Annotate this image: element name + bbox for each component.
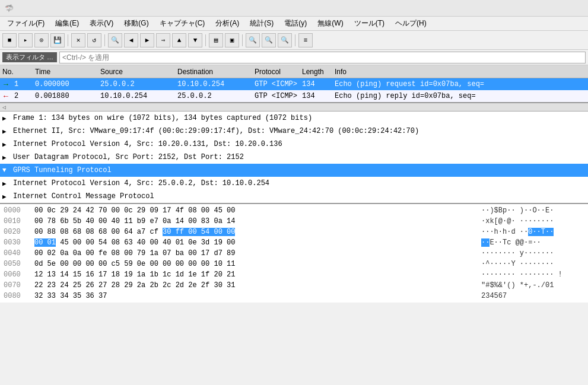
hex-row-0040: 004000 02 0a 0a 00 fe 08 00 79 1a 07 ba …	[0, 248, 588, 259]
toolbar-sep2	[104, 34, 105, 46]
col-header-destination: Destination	[175, 68, 252, 76]
hscroll-icon: ◁	[2, 104, 6, 111]
detail-text-2: Internet Protocol Version 4, Src: 10.20.…	[13, 140, 282, 148]
hex-offset-0080: 0080	[0, 292, 30, 300]
hex-ascii-0070: "#$%&'() *+,-./01	[481, 281, 588, 289]
toolbar-btn-zoom-in[interactable]: 🔍	[108, 33, 122, 47]
hex-bytes-0050: 0d 5e 00 00 00 00 c5 59 0e 00 00 00 00 0…	[30, 260, 481, 268]
filterbar: 表示フィルタ …	[0, 50, 588, 65]
detail-row-5[interactable]: ▶Internet Protocol Version 4, Src: 25.0.…	[0, 177, 588, 190]
detail-row-1[interactable]: ▶Ethernet II, Src: VMware_09:17:4f (00:0…	[0, 125, 588, 138]
toolbar-btn-up[interactable]: ▲	[172, 33, 186, 47]
packet-dst-2: 25.0.0.2	[175, 92, 252, 100]
detail-text-5: Internet Protocol Version 4, Src: 25.0.0…	[13, 179, 269, 187]
toolbar-btn-stop[interactable]: ▣	[225, 33, 239, 47]
menubar-item-統計(S)[interactable]: 統計(S)	[245, 17, 278, 30]
expand-icon-1: ▶	[2, 128, 11, 135]
toolbar-sep5	[295, 34, 295, 46]
toolbar-btn-reload[interactable]: ↺	[87, 33, 101, 47]
detail-row-4[interactable]: ▼GPRS Tunneling Protocol	[0, 164, 588, 177]
toolbar-btn-capture[interactable]: ▤	[209, 33, 223, 47]
menubar-item-ファイル(F)[interactable]: ファイル(F)	[2, 17, 49, 30]
toolbar-btn-back[interactable]: ◀	[124, 33, 138, 47]
hex-row-0020: 002000 88 08 68 08 68 00 64 a7 cf 30 ff …	[0, 227, 588, 237]
hex-bytes-0020: 00 88 08 68 08 68 00 64 a7 cf 30 ff 00 5…	[30, 228, 481, 236]
toolbar-btn-fwd[interactable]: ▶	[140, 33, 154, 47]
toolbar-btn-close[interactable]: ⊙	[34, 33, 49, 47]
hex-offset-0000: 0000	[0, 206, 30, 215]
detail-text-1: Ethernet II, Src: VMware_09:17:4f (00:0c…	[13, 127, 419, 135]
toolbar-btn-search-plus[interactable]: 🔍	[262, 33, 276, 47]
toolbar-btn-down[interactable]: ▼	[188, 33, 202, 47]
toolbar: ■ ▸ ⊙ 💾 ✕ ↺ 🔍 ◀ ▶ ⇒ ▲ ▼ ▤ ▣ 🔍 🔍 🔍 ≡	[0, 31, 588, 50]
hex-ascii-0040: ········ y·······	[481, 249, 588, 257]
toolbar-btn-colorize[interactable]: ≡	[298, 33, 313, 47]
packet-list-header: No. Time Source Destination Protocol Len…	[0, 65, 588, 78]
packet-len-1: 134	[300, 80, 332, 88]
menubar-item-分析(A)[interactable]: 分析(A)	[211, 17, 244, 30]
packet-rows: →10.00000025.0.0.210.10.0.254GTP <ICMP>1…	[0, 78, 588, 102]
toolbar-btn-reset[interactable]: 🔍	[278, 33, 292, 47]
hex-ascii-0030: ··E··Tc @@·=··	[481, 238, 588, 247]
toolbar-btn-search-minus[interactable]: 🔍	[246, 33, 260, 47]
hscroll-row: ◁	[0, 103, 588, 112]
packet-direction-2: ←	[0, 92, 12, 101]
menubar-item-編集(E)[interactable]: 編集(E)	[50, 17, 84, 30]
packet-no-1: 1	[12, 80, 33, 88]
menubar-item-ツール(T)[interactable]: ツール(T)	[349, 17, 389, 30]
menubar-item-表示(V)[interactable]: 表示(V)	[85, 17, 118, 30]
detail-row-0[interactable]: ▶Frame 1: 134 bytes on wire (1072 bits),…	[0, 112, 588, 125]
col-header-protocol: Protocol	[252, 68, 300, 76]
hex-bytes-0010: 00 78 6b 5b 40 00 40 11 b9 e7 0a 14 00 8…	[30, 217, 481, 225]
packet-time-2: 0.001880	[33, 92, 98, 100]
menubar-item-移動(G)[interactable]: 移動(G)	[119, 17, 153, 30]
toolbar-btn-goto[interactable]: ⇒	[156, 33, 170, 47]
toolbar-sep4	[242, 34, 243, 46]
hex-bytes-0000: 00 0c 29 24 42 70 00 0c 29 09 17 4f 08 0…	[30, 206, 481, 215]
detail-row-3[interactable]: ▶User Datagram Protocol, Src Port: 2152,…	[0, 151, 588, 164]
packet-src-1: 25.0.0.2	[98, 80, 175, 88]
detail-text-3: User Datagram Protocol, Src Port: 2152, …	[13, 153, 244, 161]
col-header-source: Source	[98, 68, 175, 76]
expand-icon-4: ▼	[2, 167, 11, 174]
hex-row-0000: 000000 0c 29 24 42 70 00 0c 29 09 17 4f …	[0, 205, 588, 216]
hex-row-0050: 00500d 5e 00 00 00 00 c5 59 0e 00 00 00 …	[0, 259, 588, 269]
col-header-length: Length	[300, 68, 332, 76]
hex-ascii-0020: ···h·h·d ··0··T··	[481, 228, 588, 236]
menubar-item-キャプチャ(C)[interactable]: キャプチャ(C)	[155, 17, 210, 30]
hex-offset-0060: 0060	[0, 271, 30, 279]
hex-bytes-0070: 22 23 24 25 26 27 28 29 2a 2b 2c 2d 2e 2…	[30, 281, 481, 289]
filter-label: 表示フィルタ …	[2, 52, 57, 62]
toolbar-btn-save[interactable]: 💾	[50, 33, 65, 47]
menubar-item-ヘルプ(H)[interactable]: ヘルプ(H)	[390, 17, 431, 30]
menubar: ファイル(F)編集(E)表示(V)移動(G)キャプチャ(C)分析(A)統計(S)…	[0, 17, 588, 31]
hex-bytes-0030: 00 01 45 00 00 54 08 63 40 00 40 01 0e 3…	[30, 238, 481, 247]
col-header-no: No.	[0, 68, 33, 76]
expand-icon-0: ▶	[2, 114, 11, 122]
col-header-info: Info	[332, 68, 588, 76]
hex-ascii-0050: ·^·····Y ········	[481, 260, 588, 268]
filter-input[interactable]	[59, 52, 586, 63]
detail-row-6[interactable]: ▶Internet Control Message Protocol	[0, 190, 588, 203]
titlebar: 🦈	[0, 0, 588, 17]
packet-info-1: Echo (ping) request id=0x07ba, seq=	[332, 80, 588, 88]
detail-row-2[interactable]: ▶Internet Protocol Version 4, Src: 10.20…	[0, 138, 588, 151]
hex-ascii-0080: 234567	[481, 292, 588, 300]
packet-row-1[interactable]: →10.00000025.0.0.210.10.0.254GTP <ICMP>1…	[0, 78, 588, 90]
hex-row-0060: 006012 13 14 15 16 17 18 19 1a 1b 1c 1d …	[0, 269, 588, 280]
hex-row-0080: 008032 33 34 35 36 37234567	[0, 291, 588, 301]
hex-offset-0040: 0040	[0, 249, 30, 257]
packet-len-2: 134	[300, 92, 332, 100]
detail-text-0: Frame 1: 134 bytes on wire (1072 bits), …	[13, 114, 312, 122]
col-header-time: Time	[33, 68, 98, 76]
hex-offset-0050: 0050	[0, 260, 30, 268]
toolbar-btn-new[interactable]: ■	[2, 33, 17, 47]
menubar-item-電話(y)[interactable]: 電話(y)	[279, 17, 312, 30]
toolbar-btn-open[interactable]: ▸	[18, 33, 33, 47]
menubar-item-無線(W)[interactable]: 無線(W)	[313, 17, 348, 30]
packet-src-2: 10.10.0.254	[98, 92, 175, 100]
toolbar-sep3	[205, 34, 206, 46]
expand-icon-5: ▶	[2, 180, 11, 187]
packet-row-2[interactable]: ←20.00188010.10.0.25425.0.0.2GTP <ICMP>1…	[0, 90, 588, 102]
toolbar-btn-close2[interactable]: ✕	[71, 33, 85, 47]
